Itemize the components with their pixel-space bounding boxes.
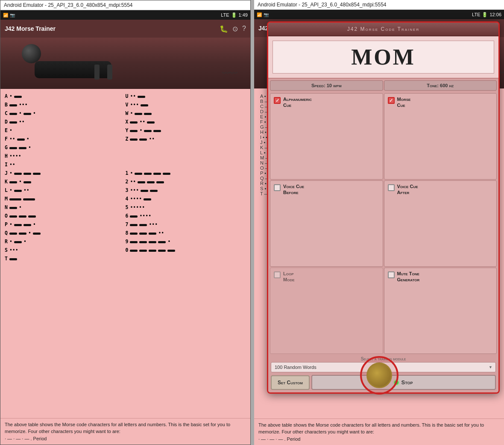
morse-spacer1 bbox=[126, 144, 246, 152]
left-emulator-panel: Android Emulator - 25_API_23_6.0_480x854… bbox=[0, 0, 251, 445]
right-lte-badge: LTE bbox=[472, 12, 480, 17]
device-connector-2 bbox=[107, 65, 112, 80]
right-status-left: 📶 📷 bbox=[257, 12, 269, 17]
left-bottom-paragraph: The above table shows the Morse code cha… bbox=[5, 422, 230, 434]
gold-coin-icon bbox=[366, 362, 392, 388]
morse-F: F ••• bbox=[5, 135, 126, 144]
left-time: 1:49 bbox=[239, 12, 248, 18]
stop-button[interactable]: Stop bbox=[311, 375, 496, 390]
mute-tone-label: Mute ToneGenerator bbox=[397, 271, 420, 283]
morse-V: V ••• bbox=[126, 101, 246, 109]
bug-icon[interactable]: 🐛 bbox=[220, 25, 228, 33]
left-status-right: LTE 🔋 1:49 bbox=[221, 12, 248, 18]
tone-button[interactable]: Tone: 600 hz bbox=[384, 80, 497, 91]
left-status-bar: 📶 📷 LTE 🔋 1:49 bbox=[0, 10, 250, 20]
morse-Z: Z •• bbox=[126, 135, 246, 144]
morse-1: 1 • bbox=[126, 169, 246, 178]
right-wifi-icon: 📷 bbox=[264, 12, 269, 17]
voice-cue-before-option[interactable]: Voice CueBefore bbox=[270, 180, 383, 267]
right-status-bar: 📶 📷 LTE 🔋 12:06 bbox=[254, 10, 504, 19]
panel-separator bbox=[251, 0, 254, 445]
morse-left-col: A • B ••• C •• D •• E • F ••• G • H ••••… bbox=[5, 92, 126, 263]
morse-N: N • bbox=[5, 203, 126, 212]
dialog-header-text: J42 Morse Code Trainer bbox=[347, 26, 419, 32]
wifi-icon: 📷 bbox=[10, 13, 15, 18]
voice-cue-after-label: Voice CueAfter bbox=[397, 183, 418, 196]
morse-4: 4 •••• bbox=[126, 195, 246, 203]
displayed-word: MOM bbox=[351, 45, 416, 69]
morse-S: S ••• bbox=[5, 246, 126, 255]
right-time: 12:06 bbox=[489, 12, 501, 17]
word-display-inner: MOM bbox=[273, 41, 494, 74]
mute-tone-checkbox[interactable] bbox=[388, 271, 395, 278]
morse-7: 7 ••• bbox=[126, 221, 246, 229]
morse-2: 2 •• bbox=[126, 178, 246, 186]
right-title-text: Android Emulator - 25_API_23_6.0_480x854… bbox=[258, 2, 387, 8]
left-app-title: J42 Morse Trainer bbox=[5, 25, 56, 32]
dialog-header: J42 Morse Code Trainer bbox=[268, 23, 498, 36]
voice-cue-after-checkbox[interactable] bbox=[388, 184, 395, 191]
morse-cue-checkbox[interactable] bbox=[388, 97, 395, 104]
device-body bbox=[35, 61, 111, 78]
morse-8: 8 •• bbox=[126, 229, 246, 238]
morse-spacer3 bbox=[126, 161, 246, 169]
loop-mode-label: LoopMode bbox=[283, 271, 295, 283]
mute-tone-option[interactable]: Mute ToneGenerator bbox=[384, 268, 497, 354]
morse-E: E • bbox=[5, 127, 126, 135]
morse-A: A • bbox=[5, 92, 126, 101]
device-connector-1 bbox=[94, 65, 100, 80]
left-bottom-text: The above table shows the Morse code cha… bbox=[0, 418, 250, 445]
voice-cue-before-checkbox[interactable] bbox=[274, 184, 281, 191]
sim-icon: 📶 bbox=[3, 13, 8, 18]
morse-6: 6 •••• bbox=[126, 212, 246, 221]
lte-badge: LTE bbox=[221, 12, 229, 18]
morse-G: G • bbox=[5, 144, 126, 152]
share-icon[interactable]: ⊙ bbox=[232, 25, 238, 33]
morse-B: B ••• bbox=[5, 101, 126, 109]
morse-K: K • bbox=[5, 178, 126, 186]
morse-columns: A • B ••• C •• D •• E • F ••• G • H ••••… bbox=[5, 92, 246, 263]
right-bottom-paragraph: The above table shows the Morse code cha… bbox=[258, 422, 484, 435]
loop-mode-option[interactable]: LoopMode bbox=[270, 268, 383, 354]
left-extra-codes: · — · — · — . Period bbox=[5, 436, 47, 441]
device-spring: 〰〰 bbox=[222, 69, 237, 78]
left-status-left: 📶 📷 bbox=[3, 13, 15, 18]
morse-cue-option[interactable]: MorseCue bbox=[384, 93, 497, 180]
left-title-text: Android Emulator - 25_API_23_6.0_480x854… bbox=[4, 2, 133, 8]
right-emulator-panel: Android Emulator - 25_API_23_6.0_480x854… bbox=[254, 0, 504, 445]
morse-right-col: U •• V ••• W • X •• Y • Z •• 1 • 2 •• 3 … bbox=[126, 92, 246, 263]
right-title-bar: Android Emulator - 25_API_23_6.0_480x854… bbox=[254, 0, 504, 10]
right-battery-icon: 🔋 bbox=[482, 12, 488, 18]
speed-label: Speed: 10 wpm bbox=[311, 83, 342, 88]
morse-3: 3 ••• bbox=[126, 186, 246, 195]
alphanumeric-cue-checkbox[interactable] bbox=[274, 97, 281, 104]
word-display-area: MOM bbox=[268, 36, 498, 79]
voice-cue-after-option[interactable]: Voice CueAfter bbox=[384, 180, 497, 267]
speed-button[interactable]: Speed: 10 wpm bbox=[270, 80, 383, 91]
morse-L: L ••• bbox=[5, 186, 126, 195]
morse-D: D •• bbox=[5, 118, 126, 127]
left-morse-table: A • B ••• C •• D •• E • F ••• G • H ••••… bbox=[0, 89, 250, 418]
trainer-dialog: J42 Morse Code Trainer MOM Speed: 10 wpm… bbox=[267, 21, 500, 394]
set-custom-label: Set Custom bbox=[278, 380, 303, 386]
battery-icon: 🔋 bbox=[231, 12, 237, 18]
morse-I: I •• bbox=[5, 161, 126, 169]
tone-label: Tone: 600 hz bbox=[427, 83, 454, 88]
right-extra-codes: · — · — · — . Period bbox=[258, 436, 300, 442]
alphanumeric-cue-option[interactable]: AlphanumericCue bbox=[270, 93, 383, 180]
help-icon[interactable]: ? bbox=[242, 25, 246, 32]
morse-W: W • bbox=[126, 109, 246, 118]
alphanumeric-cue-label: AlphanumericCue bbox=[283, 96, 312, 109]
red-circle-pointer bbox=[360, 356, 399, 395]
morse-0: 0 bbox=[126, 246, 246, 255]
speed-tone-row: Speed: 10 wpm Tone: 600 hz bbox=[268, 79, 498, 92]
morse-cue-label: MorseCue bbox=[397, 96, 411, 109]
set-custom-button[interactable]: Set Custom bbox=[271, 375, 310, 390]
right-bottom-text: The above table shows the Morse code cha… bbox=[254, 418, 504, 445]
loop-mode-checkbox[interactable] bbox=[274, 271, 281, 278]
voice-cue-before-label: Voice CueBefore bbox=[283, 183, 304, 196]
right-status-right: LTE 🔋 12:06 bbox=[472, 12, 501, 18]
morse-T: T bbox=[5, 255, 126, 263]
left-app-icons: 🐛 ⊙ ? bbox=[220, 25, 246, 33]
stop-label: Stop bbox=[401, 379, 413, 386]
